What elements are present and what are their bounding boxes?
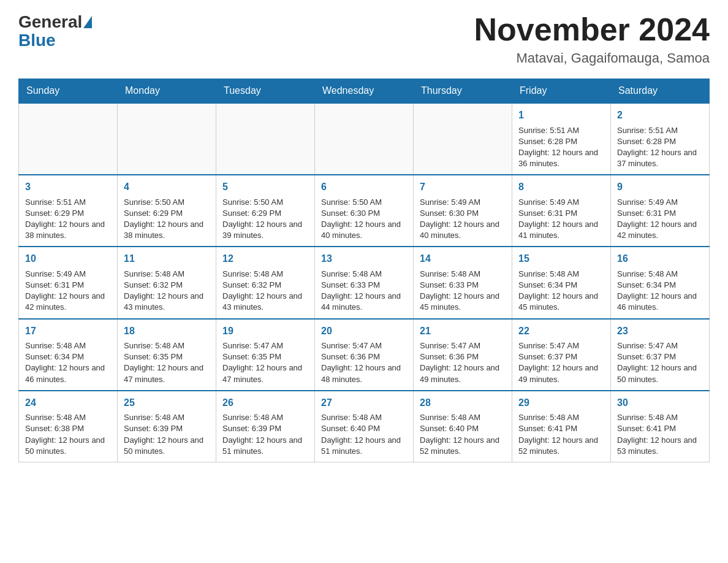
day-daylight: Daylight: 12 hours and 49 minutes. (420, 363, 499, 383)
day-daylight: Daylight: 12 hours and 42 minutes. (617, 220, 697, 240)
day-sunset: Sunset: 6:28 PM (617, 137, 676, 146)
day-cell-w4-d7: 23 Sunrise: 5:47 AM Sunset: 6:37 PM Dayl… (611, 319, 710, 391)
day-number: 12 (222, 252, 308, 266)
day-sunset: Sunset: 6:38 PM (25, 424, 84, 433)
day-sunrise: Sunrise: 5:48 AM (222, 269, 283, 278)
location-subtitle: Matavai, Gagaifomauga, Samoa (474, 50, 710, 66)
day-cell-w3-d7: 16 Sunrise: 5:48 AM Sunset: 6:34 PM Dayl… (611, 247, 710, 318)
day-number: 16 (617, 252, 703, 266)
day-sunrise: Sunrise: 5:48 AM (420, 269, 480, 278)
day-cell-w4-d2: 18 Sunrise: 5:48 AM Sunset: 6:35 PM Dayl… (118, 319, 216, 391)
logo-general-text: General (18, 12, 82, 32)
day-sunrise: Sunrise: 5:49 AM (420, 197, 480, 207)
day-daylight: Daylight: 12 hours and 40 minutes. (321, 220, 401, 240)
day-sunrise: Sunrise: 5:48 AM (518, 413, 579, 422)
day-sunset: Sunset: 6:33 PM (321, 280, 380, 289)
week-row-3: 10 Sunrise: 5:49 AM Sunset: 6:31 PM Dayl… (19, 247, 710, 318)
day-daylight: Daylight: 12 hours and 49 minutes. (518, 363, 598, 383)
month-title: November 2024 (474, 12, 710, 47)
day-sunrise: Sunrise: 5:47 AM (617, 341, 678, 350)
day-sunrise: Sunrise: 5:48 AM (25, 413, 86, 422)
day-sunset: Sunset: 6:41 PM (617, 424, 676, 433)
day-daylight: Daylight: 12 hours and 52 minutes. (518, 435, 598, 456)
day-sunset: Sunset: 6:34 PM (518, 280, 577, 289)
day-sunset: Sunset: 6:28 PM (518, 137, 577, 146)
logo-triangle-icon (83, 16, 92, 28)
day-number: 21 (420, 324, 506, 338)
day-cell-w3-d5: 14 Sunrise: 5:48 AM Sunset: 6:33 PM Dayl… (414, 247, 512, 318)
day-daylight: Daylight: 12 hours and 48 minutes. (321, 363, 401, 383)
day-cell-w1-d6: 1 Sunrise: 5:51 AM Sunset: 6:28 PM Dayli… (512, 103, 611, 175)
day-number: 7 (420, 180, 506, 194)
col-wednesday: Wednesday (315, 79, 414, 104)
day-sunset: Sunset: 6:37 PM (518, 352, 577, 361)
day-number: 9 (617, 180, 703, 194)
day-sunset: Sunset: 6:33 PM (420, 280, 479, 289)
day-daylight: Daylight: 12 hours and 51 minutes. (321, 435, 401, 456)
week-row-1: 1 Sunrise: 5:51 AM Sunset: 6:28 PM Dayli… (19, 103, 710, 175)
day-cell-w5-d1: 24 Sunrise: 5:48 AM Sunset: 6:38 PM Dayl… (19, 391, 118, 462)
day-sunset: Sunset: 6:34 PM (25, 352, 84, 361)
day-cell-w5-d7: 30 Sunrise: 5:48 AM Sunset: 6:41 PM Dayl… (611, 391, 710, 462)
day-cell-w1-d4 (315, 103, 414, 175)
col-friday: Friday (512, 79, 611, 104)
day-sunset: Sunset: 6:31 PM (617, 209, 676, 218)
col-tuesday: Tuesday (216, 79, 315, 104)
col-thursday: Thursday (414, 79, 512, 104)
day-sunrise: Sunrise: 5:48 AM (518, 269, 579, 278)
day-sunset: Sunset: 6:29 PM (222, 209, 281, 218)
day-daylight: Daylight: 12 hours and 45 minutes. (518, 291, 598, 312)
day-cell-w3-d1: 10 Sunrise: 5:49 AM Sunset: 6:31 PM Dayl… (19, 247, 118, 318)
day-cell-w1-d7: 2 Sunrise: 5:51 AM Sunset: 6:28 PM Dayli… (611, 103, 710, 175)
day-sunrise: Sunrise: 5:51 AM (617, 126, 678, 135)
day-cell-w5-d5: 28 Sunrise: 5:48 AM Sunset: 6:40 PM Dayl… (414, 391, 512, 462)
day-sunset: Sunset: 6:35 PM (124, 352, 183, 361)
day-cell-w5-d2: 25 Sunrise: 5:48 AM Sunset: 6:39 PM Dayl… (118, 391, 216, 462)
col-monday: Monday (118, 79, 216, 104)
day-sunset: Sunset: 6:35 PM (222, 352, 281, 361)
day-sunset: Sunset: 6:32 PM (124, 280, 183, 289)
day-sunrise: Sunrise: 5:48 AM (420, 413, 480, 422)
day-sunrise: Sunrise: 5:48 AM (124, 341, 184, 350)
day-daylight: Daylight: 12 hours and 39 minutes. (222, 220, 302, 240)
day-number: 6 (321, 180, 407, 194)
day-sunset: Sunset: 6:37 PM (617, 352, 676, 361)
day-sunrise: Sunrise: 5:51 AM (518, 126, 579, 135)
day-sunrise: Sunrise: 5:50 AM (222, 197, 283, 207)
page-header: General Blue November 2024 Matavai, Gaga… (18, 12, 710, 66)
logo: General Blue (18, 12, 93, 50)
day-daylight: Daylight: 12 hours and 50 minutes. (25, 435, 105, 456)
day-sunrise: Sunrise: 5:47 AM (518, 341, 579, 350)
day-sunset: Sunset: 6:39 PM (124, 424, 183, 433)
day-sunset: Sunset: 6:34 PM (617, 280, 676, 289)
day-daylight: Daylight: 12 hours and 53 minutes. (617, 435, 697, 456)
day-number: 30 (617, 396, 703, 410)
day-sunset: Sunset: 6:30 PM (420, 209, 479, 218)
day-cell-w1-d3 (216, 103, 315, 175)
day-cell-w5-d3: 26 Sunrise: 5:48 AM Sunset: 6:39 PM Dayl… (216, 391, 315, 462)
day-number: 19 (222, 324, 308, 338)
title-section: November 2024 Matavai, Gagaifomauga, Sam… (474, 12, 710, 66)
day-cell-w4-d6: 22 Sunrise: 5:47 AM Sunset: 6:37 PM Dayl… (512, 319, 611, 391)
day-sunset: Sunset: 6:29 PM (25, 209, 84, 218)
day-cell-w5-d4: 27 Sunrise: 5:48 AM Sunset: 6:40 PM Dayl… (315, 391, 414, 462)
day-number: 11 (124, 252, 210, 266)
day-sunset: Sunset: 6:39 PM (222, 424, 281, 433)
day-number: 23 (617, 324, 703, 338)
day-sunrise: Sunrise: 5:49 AM (25, 269, 86, 278)
day-number: 15 (518, 252, 604, 266)
day-daylight: Daylight: 12 hours and 40 minutes. (420, 220, 499, 240)
day-number: 26 (222, 396, 308, 410)
week-row-5: 24 Sunrise: 5:48 AM Sunset: 6:38 PM Dayl… (19, 391, 710, 462)
day-sunset: Sunset: 6:31 PM (25, 280, 84, 289)
day-daylight: Daylight: 12 hours and 41 minutes. (518, 220, 598, 240)
day-cell-w2-d1: 3 Sunrise: 5:51 AM Sunset: 6:29 PM Dayli… (19, 175, 118, 247)
day-sunrise: Sunrise: 5:50 AM (124, 197, 184, 207)
day-daylight: Daylight: 12 hours and 42 minutes. (25, 291, 105, 312)
day-number: 27 (321, 396, 407, 410)
day-sunset: Sunset: 6:41 PM (518, 424, 577, 433)
day-cell-w4-d5: 21 Sunrise: 5:47 AM Sunset: 6:36 PM Dayl… (414, 319, 512, 391)
day-sunset: Sunset: 6:30 PM (321, 209, 380, 218)
day-number: 14 (420, 252, 506, 266)
day-number: 18 (124, 324, 210, 338)
